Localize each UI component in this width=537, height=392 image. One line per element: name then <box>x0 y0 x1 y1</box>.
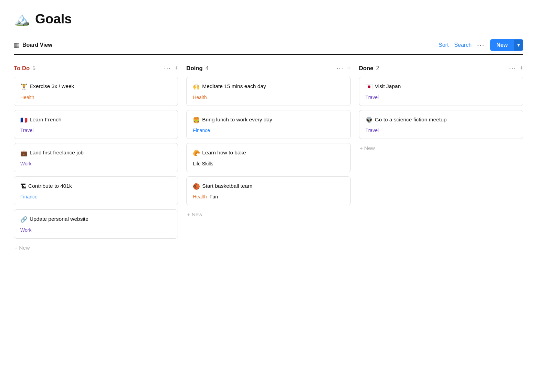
card-title-text-todo-1: Learn French <box>30 116 61 123</box>
card-emoji-doing-0: 🙌 <box>193 83 200 91</box>
card-emoji-doing-3: 🏀 <box>193 183 200 191</box>
card-title-text-doing-3: Start basketball team <box>202 182 252 190</box>
card-todo-1[interactable]: 🇫🇷Learn FrenchTravel <box>14 110 178 139</box>
column-count-todo: 5 <box>32 65 35 72</box>
card-tags-todo-4: Work <box>20 227 171 233</box>
card-doing-2[interactable]: 🥐Learn how to bakeLife Skills <box>186 143 350 172</box>
card-todo-0[interactable]: 🏋Exercise 3x / weekHealth <box>14 77 178 106</box>
card-tags-doing-0: Health <box>193 95 344 100</box>
card-title-text-doing-0: Meditate 15 mins each day <box>202 83 266 90</box>
column-header-doing: Doing4···+ <box>186 65 350 72</box>
card-tags-todo-1: Travel <box>20 128 171 133</box>
toolbar: ▦ Board View Sort Search ··· New ▾ <box>14 39 523 55</box>
app-icon: 🏔️ <box>14 11 30 27</box>
card-title-text-doing-1: Bring lunch to work every day <box>202 116 272 123</box>
card-title-text-todo-4: Update personal website <box>30 215 88 223</box>
card-doing-1[interactable]: 🍔Bring lunch to work every dayFinance <box>186 110 350 139</box>
card-emoji-done-0: 🇯🇵 <box>366 83 373 91</box>
card-emoji-todo-4: 🔗 <box>20 216 28 224</box>
card-emoji-todo-3: 🏗 <box>20 183 26 191</box>
card-emoji-done-1: 👽 <box>366 116 373 124</box>
card-emoji-doing-1: 🍔 <box>193 116 200 124</box>
card-todo-4[interactable]: 🔗Update personal websiteWork <box>14 209 178 239</box>
card-tag-done-1-0[interactable]: Travel <box>366 128 379 133</box>
card-emoji-todo-1: 🇫🇷 <box>20 116 28 124</box>
column-doing: Doing4···+🙌Meditate 15 mins each dayHeal… <box>186 65 350 220</box>
column-dots-doing[interactable]: ··· <box>337 65 344 72</box>
column-add-todo[interactable]: + <box>175 65 178 72</box>
column-title-todo: To Do <box>14 65 30 72</box>
card-title-todo-4: 🔗Update personal website <box>20 215 171 224</box>
card-emoji-todo-0: 🏋 <box>20 83 28 91</box>
card-title-doing-0: 🙌Meditate 15 mins each day <box>193 83 344 91</box>
add-new-todo[interactable]: + New <box>14 243 178 253</box>
card-doing-0[interactable]: 🙌Meditate 15 mins each dayHealth <box>186 77 350 106</box>
toolbar-left: ▦ Board View <box>14 42 52 49</box>
new-button-caret[interactable]: ▾ <box>514 40 523 51</box>
column-add-done[interactable]: + <box>520 65 523 72</box>
card-tag-doing-0-0[interactable]: Health <box>193 95 207 100</box>
column-dots-done[interactable]: ··· <box>509 65 516 72</box>
column-header-done: Done2···+ <box>359 65 523 72</box>
card-tag-todo-3-0[interactable]: Finance <box>20 194 38 199</box>
sort-button[interactable]: Sort <box>439 42 449 48</box>
search-button[interactable]: Search <box>454 42 472 48</box>
card-tag-todo-0-0[interactable]: Health <box>20 95 34 100</box>
toolbar-right: Sort Search ··· New ▾ <box>439 39 523 51</box>
card-title-done-0: 🇯🇵Visit Japan <box>366 83 517 91</box>
card-tag-todo-4-0[interactable]: Work <box>20 227 31 233</box>
column-dots-todo[interactable]: ··· <box>164 65 171 72</box>
column-add-doing[interactable]: + <box>347 65 350 72</box>
card-todo-2[interactable]: 💼Land first freelance jobWork <box>14 143 178 172</box>
card-title-doing-3: 🏀Start basketball team <box>193 182 344 191</box>
app-title: Goals <box>35 11 72 26</box>
card-tag-todo-1-0[interactable]: Travel <box>20 128 33 133</box>
card-tags-todo-3: Finance <box>20 194 171 199</box>
column-todo: To Do5···+🏋Exercise 3x / weekHealth🇫🇷Lea… <box>14 65 178 253</box>
column-count-done: 2 <box>376 65 379 72</box>
card-title-todo-2: 💼Land first freelance job <box>20 149 171 157</box>
card-tags-doing-1: Finance <box>193 128 344 133</box>
column-count-doing: 4 <box>206 65 209 72</box>
card-done-0[interactable]: 🇯🇵Visit JapanTravel <box>359 77 523 106</box>
card-title-done-1: 👽Go to a science fiction meetup <box>366 116 517 124</box>
card-tags-done-0: Travel <box>366 95 517 100</box>
card-title-todo-3: 🏗Contribute to 401k <box>20 182 171 191</box>
card-tags-todo-0: Health <box>20 95 171 100</box>
board-view-label: Board View <box>22 42 52 48</box>
add-new-doing[interactable]: + New <box>186 209 350 220</box>
card-tags-doing-3: HealthFun <box>193 194 344 199</box>
card-emoji-todo-2: 💼 <box>20 149 28 157</box>
add-new-done[interactable]: + New <box>359 143 523 153</box>
column-title-done: Done <box>359 65 373 72</box>
card-tag-doing-2-0[interactable]: Life Skills <box>193 161 213 166</box>
column-done: Done2···+🇯🇵Visit JapanTravel👽Go to a sci… <box>359 65 523 153</box>
new-button[interactable]: New <box>490 39 514 51</box>
card-tags-doing-2: Life Skills <box>193 161 344 166</box>
card-tag-doing-3-1[interactable]: Fun <box>210 194 218 199</box>
card-tags-todo-2: Work <box>20 161 171 166</box>
card-title-doing-1: 🍔Bring lunch to work every day <box>193 116 344 124</box>
card-tag-doing-3-0[interactable]: Health <box>193 194 207 199</box>
card-emoji-doing-2: 🥐 <box>193 149 200 157</box>
more-options-icon[interactable]: ··· <box>477 41 485 49</box>
card-title-doing-2: 🥐Learn how to bake <box>193 149 344 157</box>
card-tag-todo-2-0[interactable]: Work <box>20 161 31 166</box>
card-title-text-todo-2: Land first freelance job <box>30 149 84 156</box>
card-done-1[interactable]: 👽Go to a science fiction meetupTravel <box>359 110 523 139</box>
column-title-doing: Doing <box>186 65 203 72</box>
card-title-text-todo-3: Contribute to 401k <box>28 182 72 190</box>
card-title-todo-0: 🏋Exercise 3x / week <box>20 83 171 91</box>
card-todo-3[interactable]: 🏗Contribute to 401kFinance <box>14 176 178 206</box>
card-title-text-done-1: Go to a science fiction meetup <box>375 116 447 123</box>
card-tag-doing-1-0[interactable]: Finance <box>193 128 210 133</box>
card-title-todo-1: 🇫🇷Learn French <box>20 116 171 124</box>
app-header: 🏔️ Goals <box>14 11 523 27</box>
card-tags-done-1: Travel <box>366 128 517 133</box>
column-header-todo: To Do5···+ <box>14 65 178 72</box>
new-button-wrap: New ▾ <box>490 39 523 51</box>
card-doing-3[interactable]: 🏀Start basketball teamHealthFun <box>186 176 350 206</box>
card-tag-done-0-0[interactable]: Travel <box>366 95 379 100</box>
board-view-icon: ▦ <box>14 42 20 49</box>
board: To Do5···+🏋Exercise 3x / weekHealth🇫🇷Lea… <box>14 65 523 253</box>
